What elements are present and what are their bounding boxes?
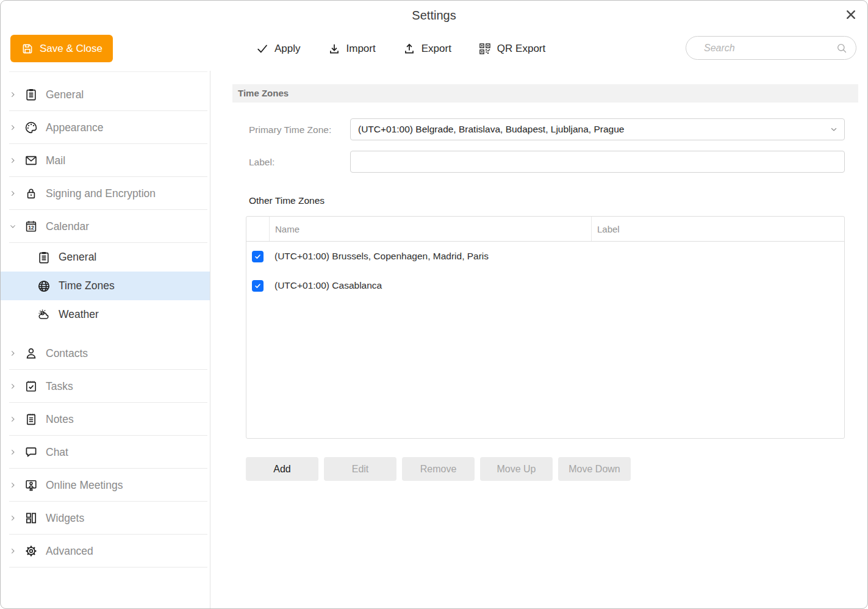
- qr-code-icon: [478, 42, 492, 56]
- timezone-row[interactable]: (UTC+01:00) Casablanca: [246, 271, 844, 300]
- close-icon: [844, 7, 858, 22]
- calendar-check-icon: [24, 379, 38, 394]
- chevron-right-icon: [9, 349, 24, 358]
- sidebar-item-label: Signing and Encryption: [46, 187, 156, 200]
- timezone-name: (UTC+01:00) Brussels, Copenhagen, Madrid…: [274, 251, 489, 262]
- column-header-name[interactable]: Name: [270, 217, 592, 241]
- check-icon: [256, 42, 269, 56]
- sidebar-item-calendar[interactable]: 12Calendar: [1, 210, 210, 243]
- sidebar-item-contacts[interactable]: Contacts: [1, 337, 210, 370]
- envelope-icon: [24, 153, 38, 168]
- sidebar-item-chat[interactable]: Chat: [1, 436, 210, 469]
- sidebar-item-signing-and-encryption[interactable]: Signing and Encryption: [1, 177, 210, 210]
- timezone-name: (UTC+01:00) Casablanca: [274, 280, 382, 291]
- clipboard-icon: [24, 87, 38, 102]
- label-input[interactable]: [350, 151, 845, 173]
- chevron-right-icon: [9, 547, 24, 555]
- sidebar-item-label: Advanced: [46, 545, 93, 558]
- sidebar-item-label: General: [59, 251, 96, 264]
- sidebar: GeneralAppearanceMailSigning and Encrypt…: [1, 71, 210, 608]
- sidebar-item-label: Calendar: [46, 220, 89, 233]
- weather-icon: [37, 308, 51, 322]
- download-arrow-icon: [328, 42, 341, 56]
- globe-icon: [37, 279, 51, 294]
- chevron-down-icon: [828, 124, 839, 135]
- primary-timezone-label: Primary Time Zone:: [249, 124, 331, 135]
- upload-arrow-icon: [403, 42, 416, 56]
- chevron-right-icon: [9, 189, 24, 198]
- move-up-button[interactable]: Move Up: [480, 457, 553, 481]
- sidebar-item-label: Online Meetings: [46, 479, 123, 492]
- import-button[interactable]: Import: [328, 42, 376, 56]
- sidebar-item-tasks[interactable]: Tasks: [1, 370, 210, 403]
- chevron-right-icon: [9, 415, 24, 423]
- sidebar-item-label: Widgets: [46, 512, 84, 525]
- sidebar-item-general[interactable]: General: [1, 78, 210, 111]
- sidebar-subitem-time-zones[interactable]: Time Zones: [1, 272, 210, 300]
- timezone-checkbox[interactable]: [252, 251, 264, 262]
- sidebar-subitem-general[interactable]: General: [1, 243, 210, 272]
- chevron-right-icon: [9, 90, 24, 99]
- sidebar-item-label: Contacts: [46, 347, 88, 360]
- column-header-label[interactable]: Label: [592, 217, 844, 241]
- palette-icon: [24, 120, 38, 135]
- section-header: Time Zones: [232, 84, 858, 103]
- timezones-table: Name Label (UTC+01:00) Brussels, Copenha…: [246, 216, 845, 439]
- other-timezones-title: Other Time Zones: [249, 195, 325, 206]
- remove-button[interactable]: Remove: [402, 457, 475, 481]
- sidebar-item-label: Notes: [46, 413, 74, 426]
- sidebar-item-label: Weather: [59, 308, 99, 321]
- sidebar-item-mail[interactable]: Mail: [1, 144, 210, 177]
- sidebar-item-notes[interactable]: Notes: [1, 403, 210, 436]
- apply-label: Apply: [274, 43, 301, 55]
- export-button[interactable]: Export: [403, 42, 451, 56]
- chevron-right-icon: [9, 123, 24, 132]
- person-icon: [24, 346, 38, 361]
- qr-export-label: QR Export: [497, 43, 545, 55]
- move-down-button[interactable]: Move Down: [558, 457, 631, 481]
- edit-button[interactable]: Edit: [324, 457, 396, 481]
- search-box[interactable]: [686, 36, 856, 60]
- calendar-icon: 12: [24, 219, 38, 234]
- export-label: Export: [421, 43, 451, 55]
- sidebar-item-label: Appearance: [46, 121, 103, 134]
- sidebar-item-online-meetings[interactable]: Online Meetings: [1, 469, 210, 502]
- sidebar-item-advanced[interactable]: Advanced: [1, 535, 210, 568]
- widgets-icon: [24, 511, 38, 525]
- meeting-icon: [24, 478, 38, 492]
- timezone-checkbox[interactable]: [252, 280, 264, 292]
- save-close-button[interactable]: Save & Close: [10, 35, 113, 62]
- gear-icon: [24, 544, 38, 558]
- table-actions: AddEditRemoveMove UpMove Down: [246, 457, 631, 481]
- qr-export-button[interactable]: QR Export: [478, 42, 545, 56]
- add-button[interactable]: Add: [246, 457, 318, 481]
- page-title: Settings: [1, 9, 867, 23]
- chat-bubble-icon: [24, 445, 38, 459]
- search-icon: [836, 42, 848, 54]
- chevron-right-icon: [9, 382, 24, 391]
- primary-timezone-value: (UTC+01:00) Belgrade, Bratislava, Budape…: [358, 124, 828, 135]
- sidebar-item-label: Tasks: [46, 380, 73, 393]
- primary-timezone-select[interactable]: (UTC+01:00) Belgrade, Bratislava, Budape…: [350, 118, 845, 140]
- search-input[interactable]: [703, 42, 836, 54]
- import-label: Import: [346, 43, 376, 55]
- sidebar-item-label: General: [46, 88, 84, 101]
- sidebar-item-appearance[interactable]: Appearance: [1, 111, 210, 144]
- chevron-right-icon: [9, 514, 24, 522]
- sidebar-item-label: Chat: [46, 446, 68, 459]
- chevron-down-icon: [9, 222, 24, 231]
- sidebar-item-widgets[interactable]: Widgets: [1, 502, 210, 535]
- save-icon: [21, 42, 34, 56]
- label-field-label: Label:: [249, 157, 274, 168]
- column-header-checkbox: [246, 217, 270, 241]
- sidebar-item-label: Time Zones: [59, 279, 115, 292]
- save-close-label: Save & Close: [40, 43, 102, 55]
- close-button[interactable]: [842, 5, 860, 24]
- apply-button[interactable]: Apply: [256, 42, 301, 56]
- timezone-row[interactable]: (UTC+01:00) Brussels, Copenhagen, Madrid…: [246, 242, 844, 271]
- toolbar: Apply Import Export QR Export: [256, 35, 545, 62]
- chevron-right-icon: [9, 156, 24, 165]
- clipboard-icon: [37, 250, 51, 265]
- sidebar-subitem-weather[interactable]: Weather: [1, 300, 210, 329]
- chevron-right-icon: [9, 448, 24, 456]
